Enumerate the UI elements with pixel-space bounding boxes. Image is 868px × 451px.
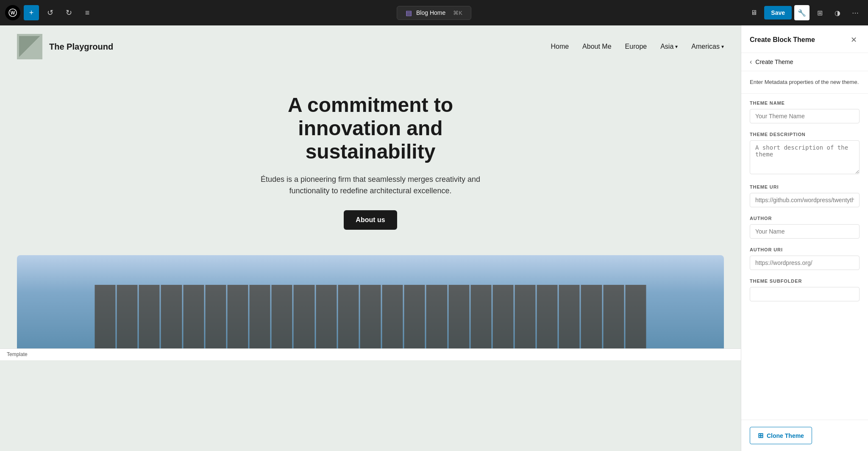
site-title: The Playground [49,42,113,52]
more-icon: ⋯ [852,9,859,17]
redo-icon: ↻ [66,8,72,17]
building-line-4 [161,285,182,348]
building-line-13 [360,285,381,348]
site-header: The Playground Home About Me Europe Asia… [0,25,741,68]
nav-americas[interactable]: Americas [691,43,724,50]
building-line-17 [448,285,469,348]
redo-button[interactable]: ↻ [61,5,76,20]
theme-description-group: THEME DESCRIPTION [750,132,860,176]
hero-section: A commitment to innovation and sustainab… [0,68,741,247]
panel-body: THEME NAME THEME DESCRIPTION THEME URI A… [741,94,868,420]
columns-button[interactable]: ⊞ [812,5,827,20]
nav-about-me[interactable]: About Me [582,43,611,50]
building-line-5 [183,285,204,348]
nav-asia[interactable]: Asia [660,43,678,50]
building-image [17,255,724,348]
back-chevron-icon: ‹ [750,58,752,66]
theme-name-input[interactable] [750,109,860,123]
blog-home-icon: ▤ [406,9,412,17]
site-nav: Home About Me Europe Asia Americas [551,43,724,50]
building-line-10 [294,285,314,348]
panel-header: Create Block Theme ✕ [741,25,868,53]
save-button[interactable]: Save [764,6,792,19]
theme-description-label: THEME DESCRIPTION [750,132,860,137]
author-uri-label: AUTHOR URI [750,247,860,252]
about-us-button[interactable]: About us [344,210,397,230]
halfcircle-button[interactable]: ◑ [830,5,845,20]
theme-name-group: THEME NAME [750,100,860,123]
desktop-view-button[interactable]: 🖥 [746,5,762,20]
building-line-22 [559,285,580,348]
more-options-button[interactable]: ⋯ [848,5,863,20]
theme-name-label: THEME NAME [750,100,860,106]
theme-uri-group: THEME URI [750,184,860,207]
subfolder-label: THEME SUBFOLDER [750,278,860,284]
panel-footer: ⊞ Clone Theme [741,420,868,451]
building-line-6 [205,285,226,348]
undo-button[interactable]: ↺ [42,5,58,20]
toolbar: W + ↺ ↻ ≡ ▤ Blog Home ⌘K 🖥 Save 🔧 ⊞ ◑ [0,0,868,25]
right-panel: Create Block Theme ✕ ‹ Create Theme Ente… [741,25,868,451]
building-line-12 [338,285,359,348]
wp-logo: W [5,5,20,20]
building-line-19 [492,285,513,348]
theme-uri-label: THEME URI [750,184,860,189]
building-line-24 [603,285,624,348]
panel-title: Create Block Theme [750,36,815,44]
clone-icon: ⊞ [758,432,763,440]
theme-description-input[interactable] [750,140,860,174]
list-icon: ≡ [85,8,90,17]
template-label: Template [7,351,28,357]
subfolder-input[interactable] [750,287,860,301]
wrench-button[interactable]: 🔧 [794,5,810,20]
columns-icon: ⊞ [817,9,823,17]
building-line-16 [426,285,447,348]
building-line-8 [250,285,270,348]
add-block-button[interactable]: + [24,5,39,20]
main-area: The Playground Home About Me Europe Asia… [0,25,868,451]
building-line-15 [404,285,425,348]
building-line-9 [272,285,292,348]
desktop-icon: 🖥 [751,9,757,17]
back-label: Create Theme [755,58,793,65]
author-uri-group: AUTHOR URI [750,247,860,270]
clone-theme-button[interactable]: ⊞ Clone Theme [750,427,812,444]
logo-image [19,36,40,57]
building-line-25 [625,285,646,348]
panel-back-button[interactable]: ‹ Create Theme [741,53,868,71]
toolbar-center: ▤ Blog Home ⌘K [397,6,471,20]
nav-home[interactable]: Home [551,43,569,50]
preview-area: The Playground Home About Me Europe Asia… [0,25,741,451]
blog-home-label: Blog Home [416,9,445,16]
building-line-18 [470,285,491,348]
plus-icon: + [29,8,34,17]
building-line-11 [316,285,337,348]
author-input[interactable] [750,224,860,239]
halfcircle-icon: ◑ [835,9,840,17]
subfolder-group: THEME SUBFOLDER [750,278,860,301]
building-line-20 [515,285,535,348]
blog-home-pill[interactable]: ▤ Blog Home ⌘K [397,6,471,20]
wrench-icon: 🔧 [798,9,806,17]
author-uri-input[interactable] [750,256,860,270]
blog-home-shortcut: ⌘K [453,10,462,16]
list-view-button[interactable]: ≡ [80,5,95,20]
building-line-3 [139,285,160,348]
nav-europe[interactable]: Europe [625,43,647,50]
close-icon: ✕ [851,35,857,45]
hero-description: Études is a pioneering firm that seamles… [252,174,489,197]
theme-uri-input[interactable] [750,193,860,207]
author-group: AUTHOR [750,216,860,239]
panel-description: Enter Metadata properties of the new the… [741,71,868,94]
hero-title: A commitment to innovation and sustainab… [243,93,498,164]
author-label: AUTHOR [750,216,860,221]
building-line-2 [117,285,138,348]
building-line-1 [95,285,115,348]
building-line-23 [581,285,602,348]
panel-close-button[interactable]: ✕ [848,34,860,46]
undo-icon: ↺ [47,8,53,17]
site-logo-area: The Playground [17,34,113,59]
building-facade [95,285,646,348]
clone-label: Clone Theme [767,432,804,439]
svg-text:W: W [11,10,15,15]
